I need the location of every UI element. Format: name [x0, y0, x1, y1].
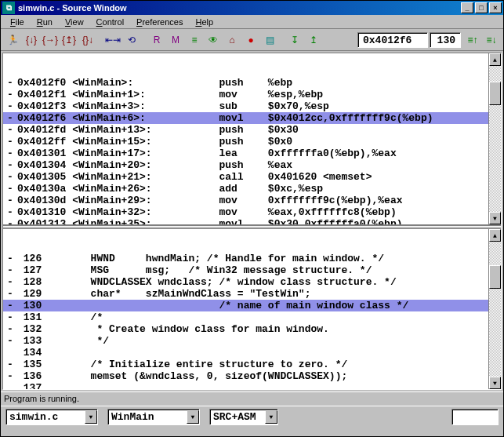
scroll-up-icon[interactable]: ▲: [489, 229, 501, 242]
maximize-button[interactable]: □: [475, 2, 488, 13]
finish-icon[interactable]: {↥}: [60, 31, 78, 49]
menu-help[interactable]: Help: [189, 16, 219, 27]
source-row[interactable]: - 133 */: [3, 335, 501, 347]
step-icon[interactable]: {↓}: [23, 31, 40, 49]
source-row[interactable]: - 135 /* Initialize entire structure to …: [3, 359, 501, 370]
watch-icon[interactable]: 👁: [205, 31, 222, 49]
minimize-button[interactable]: _: [461, 2, 473, 13]
nexti-icon[interactable]: ⟲: [123, 31, 140, 49]
asm-row[interactable]: -0x4012f3 <WinMain+3>: sub $0x70,%esp: [3, 100, 501, 112]
source-row[interactable]: - 129 char* szMainWndClass = "TestWin";: [3, 288, 501, 300]
stack-icon[interactable]: ≡: [186, 31, 203, 49]
menu-preferences[interactable]: Preferences: [130, 16, 189, 27]
source-text: 126 HWND hwndMain; /* Handle for main wi…: [17, 253, 501, 264]
breakpoint-gutter[interactable]: -: [3, 300, 17, 311]
asm-row[interactable]: -0x4012f6 <WinMain+6>: movl $0x4012cc,0x…: [3, 112, 501, 124]
console-icon[interactable]: ▤: [261, 31, 278, 49]
function-selector[interactable]: WinMain ▼: [107, 409, 200, 425]
source-row[interactable]: - 126 HWND hwndMain; /* Handle for main …: [3, 253, 501, 264]
continue-icon[interactable]: {}↓: [79, 31, 96, 49]
breakpoint-gutter[interactable]: -: [3, 100, 17, 112]
breakpoint-gutter[interactable]: -: [3, 171, 17, 183]
breakpoint-gutter[interactable]: -: [3, 359, 17, 370]
upstack-icon[interactable]: ↥: [305, 31, 322, 49]
scroll-down-icon[interactable]: ▼: [489, 377, 501, 389]
breakpoint-gutter[interactable]: -: [3, 206, 17, 218]
breakpoint-gutter[interactable]: -: [3, 147, 17, 159]
next-icon[interactable]: {→}: [42, 31, 59, 49]
scroll-up-icon[interactable]: ▲: [489, 53, 501, 66]
locals-icon[interactable]: ⌂: [223, 31, 241, 49]
menu-file[interactable]: File: [4, 16, 31, 27]
asm-row[interactable]: -0x4012fd <WinMain+13>: push $0x30: [3, 124, 501, 136]
chevron-down-icon[interactable]: ▼: [85, 410, 97, 424]
breakpoint-gutter[interactable]: -: [3, 77, 17, 89]
breakpoint-gutter[interactable]: -: [3, 335, 17, 347]
menu-view[interactable]: View: [59, 16, 90, 27]
breakpoint-gutter[interactable]: -: [3, 253, 17, 264]
line-display[interactable]: 130: [430, 32, 461, 48]
breakpoint-gutter[interactable]: -: [3, 136, 17, 147]
scroll-thumb[interactable]: [489, 265, 501, 289]
asm-row[interactable]: -0x401310 <WinMain+32>: mov %eax,0xfffff…: [3, 206, 501, 218]
registers-icon[interactable]: R: [148, 31, 165, 49]
breakpoint-gutter[interactable]: -: [3, 311, 17, 323]
mode-selector[interactable]: SRC+ASM ▼: [209, 409, 278, 425]
breakpoint-gutter[interactable]: -: [3, 370, 17, 382]
breakpoint-gutter[interactable]: -: [3, 89, 17, 100]
src-scrollbar[interactable]: ▲ ▼: [488, 229, 501, 389]
asm-row[interactable]: -0x4012f0 <WinMain>: push %ebp: [3, 77, 501, 89]
asm-row[interactable]: -0x4012ff <WinMain+15>: push $0x0: [3, 136, 501, 147]
source-row[interactable]: - 127 MSG msg; /* Win32 message structur…: [3, 264, 501, 276]
chevron-down-icon[interactable]: ▼: [265, 410, 277, 424]
file-selector[interactable]: simwin.c ▼: [5, 409, 98, 425]
asm-pane[interactable]: -0x4012f0 <WinMain>: push %ebp-0x4012f1 …: [3, 53, 501, 226]
source-row[interactable]: 137: [3, 382, 501, 389]
asm-row[interactable]: -0x40130a <WinMain+26>: add $0xc,%esp: [3, 183, 501, 195]
source-text: 128 WNDCLASSEX wndclass; /* window class…: [17, 276, 501, 288]
breakpoint-gutter[interactable]: -: [3, 159, 17, 171]
breakpoint-gutter[interactable]: -: [3, 124, 17, 136]
breakpoint-gutter[interactable]: [3, 347, 17, 359]
source-row[interactable]: - 128 WNDCLASSEX wndclass; /* window cla…: [3, 276, 501, 288]
empty-field[interactable]: [451, 409, 499, 425]
breakpoint-gutter[interactable]: -: [3, 276, 17, 288]
asm-row[interactable]: -0x40130d <WinMain+29>: mov 0xfffffff9c(…: [3, 195, 501, 206]
breakpoint-gutter[interactable]: -: [3, 218, 17, 226]
scroll-down-icon[interactable]: ▼: [489, 212, 501, 224]
breakpoint-gutter[interactable]: -: [3, 264, 17, 276]
address-display[interactable]: 0x4012f6: [357, 32, 428, 48]
scroll-thumb[interactable]: [489, 82, 501, 105]
source-row[interactable]: - 132 * Create window class for main win…: [3, 323, 501, 335]
breakpoint-gutter[interactable]: -: [3, 323, 17, 335]
breakpoint-gutter[interactable]: [3, 382, 17, 389]
breakpoint-gutter[interactable]: -: [3, 183, 17, 195]
breakpoints-icon[interactable]: ●: [242, 31, 259, 49]
source-row[interactable]: - 131 /*: [3, 311, 501, 323]
asm-text: 0x4012f3 <WinMain+3>: sub $0x70,%esp: [17, 100, 501, 112]
memory-icon[interactable]: M: [167, 31, 184, 49]
menu-control[interactable]: Control: [90, 16, 130, 27]
asm-text: 0x4012f6 <WinMain+6>: movl $0x4012cc,0xf…: [17, 112, 501, 124]
close-button[interactable]: ×: [489, 2, 502, 13]
breakpoint-gutter[interactable]: -: [3, 112, 17, 124]
source-pane[interactable]: - 126 HWND hwndMain; /* Handle for main …: [3, 229, 501, 389]
breakpoint-gutter[interactable]: -: [3, 288, 17, 300]
source-row[interactable]: - 136 memset (&wndclass, 0, sizeof(WNDCL…: [3, 370, 501, 382]
src-down-icon[interactable]: ≡↓: [483, 31, 500, 49]
chevron-down-icon[interactable]: ▼: [187, 410, 199, 424]
asm-row[interactable]: -0x401305 <WinMain+21>: call 0x401620 <m…: [3, 171, 501, 183]
menu-run[interactable]: Run: [31, 16, 59, 27]
breakpoint-gutter[interactable]: -: [3, 195, 17, 206]
source-row[interactable]: 134: [3, 347, 501, 359]
asm-row[interactable]: -0x401301 <WinMain+17>: lea 0xffffffa0(%…: [3, 147, 501, 159]
src-up-icon[interactable]: ≡↑: [464, 31, 481, 49]
stepi-icon[interactable]: ⇤⇥: [104, 31, 121, 49]
downstack-icon[interactable]: ↧: [286, 31, 303, 49]
asm-row[interactable]: -0x4012f1 <WinMain+1>: mov %esp,%ebp: [3, 89, 501, 100]
asm-scrollbar[interactable]: ▲ ▼: [488, 53, 501, 224]
run-icon[interactable]: 🏃: [4, 31, 21, 49]
asm-row[interactable]: -0x401313 <WinMain+35>: movl $0x30,0xfff…: [3, 218, 501, 226]
source-row[interactable]: - 130 /* name of main window class */: [3, 300, 501, 311]
asm-row[interactable]: -0x401304 <WinMain+20>: push %eax: [3, 159, 501, 171]
